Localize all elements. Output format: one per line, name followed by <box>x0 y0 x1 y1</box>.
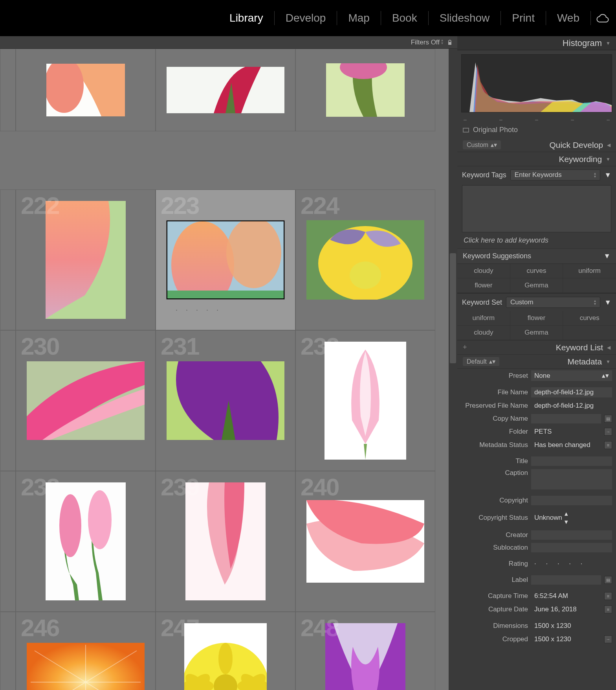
grid-cell[interactable]: 247 <box>156 612 295 690</box>
nav-book[interactable]: Book <box>381 12 428 24</box>
keyword-set-item[interactable]: curves <box>563 311 616 326</box>
grid-scrollbar-thumb[interactable] <box>450 253 456 363</box>
panel-header-keyword-list[interactable]: + Keyword List ◀ <box>457 340 616 355</box>
meta-label: Rating <box>461 560 528 568</box>
resolve-conflict-icon[interactable]: ≡ <box>604 441 612 449</box>
keyword-suggestion[interactable]: curves <box>510 264 563 278</box>
meta-value-title[interactable] <box>531 456 612 466</box>
meta-value: PETS <box>531 427 601 437</box>
cell-index: 238 <box>21 473 59 501</box>
quick-develop-preset[interactable]: Custom▴▾ <box>463 140 501 149</box>
grid-cell[interactable] <box>0 190 16 330</box>
cloud-sync-icon[interactable] <box>596 14 609 22</box>
keyword-set-select[interactable]: Custom▴▾ <box>506 297 600 308</box>
keyword-tags-select[interactable]: Enter Keywords▴▾ <box>510 169 600 180</box>
panel-header-metadata[interactable]: Default▴▾ Metadata ▼ <box>457 355 616 369</box>
panel-header-histogram[interactable]: Histogram ▼ <box>457 36 616 50</box>
keyword-suggestions-header[interactable]: Keyword Suggestions▼ <box>457 248 616 264</box>
meta-value-copyright[interactable] <box>531 496 612 505</box>
grid-cell[interactable]: 230 <box>16 330 156 471</box>
keyword-suggestion[interactable]: uniform <box>563 264 616 278</box>
histogram-chart[interactable] <box>461 54 612 112</box>
library-grid: Filters Off▴▾ 222 223 <box>0 36 457 690</box>
cell-index: 246 <box>21 614 59 642</box>
grid-cell[interactable]: 246 <box>16 612 156 690</box>
panel-header-quick-develop[interactable]: Custom▴▾ Quick Develop ◀ <box>457 138 616 152</box>
meta-action-icon[interactable]: ▤ <box>604 576 612 584</box>
grid-cell[interactable] <box>0 330 16 471</box>
filters-toggle[interactable]: Filters Off▴▾ <box>411 39 443 46</box>
metadata-title: Metadata <box>568 357 602 366</box>
lock-icon[interactable] <box>447 40 453 45</box>
keyword-set-item[interactable] <box>563 326 616 340</box>
grid-cell[interactable]: 232 <box>295 330 435 471</box>
keyword-set-item[interactable]: cloudy <box>457 326 510 340</box>
keyword-suggestion[interactable]: flower <box>457 278 510 293</box>
grid-cell[interactable]: 239 <box>156 471 295 612</box>
meta-label: Dimensions <box>461 622 528 630</box>
goto-folder-icon[interactable]: → <box>604 428 612 436</box>
meta-value-copyright-status[interactable]: Unknown ▴▾ <box>531 508 612 527</box>
grid-cell[interactable]: 248 <box>295 612 435 690</box>
grid-cell[interactable] <box>16 49 156 131</box>
thumbnail <box>167 221 284 298</box>
keyword-entry-hint[interactable]: Click here to add keywords <box>457 234 616 248</box>
meta-label: Caption <box>461 469 528 477</box>
histogram-title: Histogram <box>563 38 602 48</box>
keyword-suggestion[interactable] <box>563 278 616 293</box>
keyword-set-item[interactable]: Gemma <box>510 326 563 340</box>
svg-rect-0 <box>448 42 451 45</box>
nav-slideshow[interactable]: Slideshow <box>429 12 501 24</box>
grid-cell[interactable] <box>0 49 16 131</box>
grid-cell-selected[interactable]: 223 · · · · · <box>156 190 295 330</box>
disclosure-icon[interactable]: ▼ <box>604 171 611 179</box>
meta-value-sublocation[interactable] <box>531 543 612 552</box>
rating-dots[interactable]: · · · · · <box>176 306 222 314</box>
grid-cell[interactable]: 240 <box>295 471 435 612</box>
nav-web[interactable]: Web <box>546 12 590 24</box>
nav-develop[interactable]: Develop <box>275 12 337 24</box>
svg-point-25 <box>218 643 233 674</box>
grid-cell[interactable] <box>0 471 16 612</box>
cell-index: 223 <box>161 191 199 219</box>
disclosure-icon: ▼ <box>606 156 610 162</box>
cell-index: 231 <box>161 332 199 360</box>
disclosure-icon[interactable]: ▼ <box>604 298 611 307</box>
meta-value-caption[interactable] <box>531 469 612 489</box>
grid-cell[interactable]: 238 <box>16 471 156 612</box>
grid-cell[interactable] <box>295 49 435 131</box>
meta-value-rating[interactable]: · · · · · <box>531 559 612 569</box>
cell-index: 222 <box>21 191 59 219</box>
thumbnail <box>167 67 284 113</box>
panel-header-keywording[interactable]: Keywording ▼ <box>457 152 616 166</box>
metadata-mode-select[interactable]: Default▴▾ <box>463 357 499 366</box>
meta-value-label[interactable] <box>531 575 601 585</box>
meta-action-icon[interactable]: ≡ <box>604 592 612 600</box>
grid-cell[interactable]: 224 <box>295 190 435 330</box>
meta-value-creator[interactable] <box>531 530 612 540</box>
keyword-set-item[interactable]: uniform <box>457 311 510 326</box>
keyword-suggestion[interactable]: Gemma <box>510 278 563 293</box>
meta-value-preset[interactable]: None▴▾ <box>531 370 612 381</box>
nav-map[interactable]: Map <box>337 12 380 24</box>
cell-index: 230 <box>21 332 59 360</box>
meta-action-icon[interactable]: ▤ <box>604 415 612 423</box>
meta-value-copyname[interactable] <box>531 414 601 423</box>
grid-cell[interactable] <box>156 49 295 131</box>
nav-print[interactable]: Print <box>501 12 546 24</box>
nav-library[interactable]: Library <box>218 12 274 24</box>
keyword-tags-textarea[interactable] <box>462 185 611 232</box>
meta-action-icon[interactable]: → <box>604 635 612 643</box>
grid-scrollbar-track[interactable] <box>449 49 457 690</box>
grid-cell[interactable]: 231 <box>156 330 295 471</box>
meta-value-filename[interactable]: depth-of-field-12.jpg <box>531 387 612 397</box>
grid-cell[interactable] <box>0 612 16 690</box>
keyword-set-grid: uniform flower curves cloudy Gemma <box>457 311 616 340</box>
add-keyword-icon[interactable]: + <box>463 343 467 351</box>
grid-cell[interactable]: 222 <box>16 190 156 330</box>
keyword-set-item[interactable]: flower <box>510 311 563 326</box>
thumbnail <box>306 220 424 300</box>
keyword-suggestion[interactable]: cloudy <box>457 264 510 278</box>
meta-label: Capture Date <box>461 605 528 613</box>
meta-action-icon[interactable]: ≡ <box>604 605 612 613</box>
